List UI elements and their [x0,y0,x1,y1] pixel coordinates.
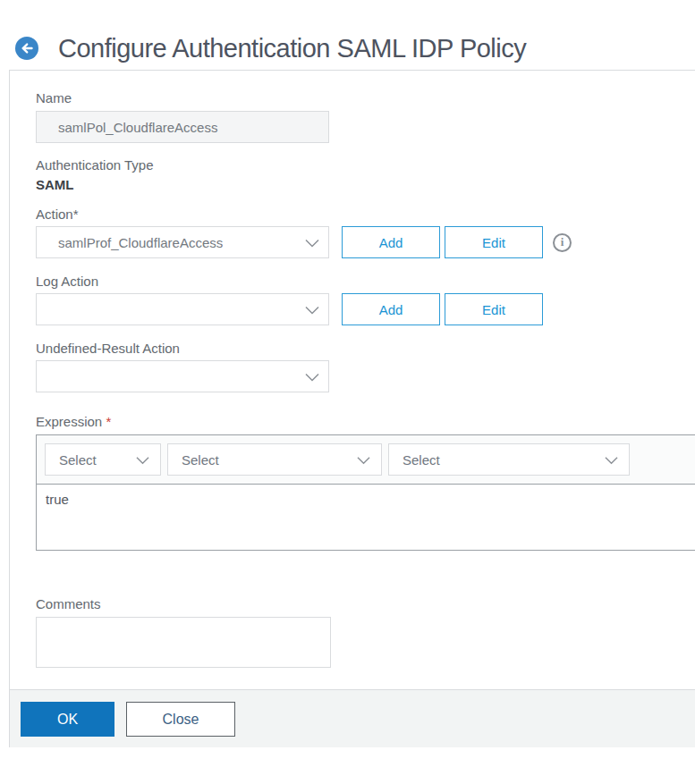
expression-select-2[interactable]: Select [167,443,382,476]
expression-label: Expression * [36,414,695,430]
log-action-label: Log Action [36,274,695,290]
undefined-result-action-select[interactable] [36,360,329,392]
page-title: Configure Authentication SAML IDP Policy [58,34,526,63]
action-add-button[interactable]: Add [342,226,440,258]
chevron-down-icon [357,456,370,465]
form-panel: Name Authentication Type SAML Action* sa… [9,70,695,747]
arrow-left-icon [15,37,38,60]
action-select-value: samlProf_CloudflareAccess [37,235,223,250]
expression-select-3[interactable]: Select [388,443,630,476]
log-action-add-button[interactable]: Add [342,293,440,325]
action-row: samlProf_CloudflareAccess Add Edit i [36,226,695,258]
log-action-row: Add Edit [36,293,695,325]
expression-body: true [37,485,695,550]
expression-toolbar: Select Select Select [37,435,695,485]
ok-button[interactable]: OK [21,702,114,737]
expression-select-3-value: Select [389,452,440,468]
back-button[interactable] [15,37,38,60]
chevron-down-icon [136,456,149,465]
expression-select-2-value: Select [168,452,219,468]
expression-label-text: Expression [36,414,102,429]
expression-editor: Select Select Select [36,434,695,551]
expression-select-1[interactable]: Select [45,443,161,476]
action-select[interactable]: samlProf_CloudflareAccess [36,226,329,258]
form-content: Name Authentication Type SAML Action* sa… [10,71,695,671]
action-edit-button[interactable]: Edit [445,226,543,258]
chevron-down-icon [605,456,618,465]
comments-input[interactable] [36,617,331,668]
required-asterisk: * [106,414,111,429]
form-footer: OK Close [10,689,695,747]
action-label: Action* [36,207,695,223]
chevron-down-icon [305,239,319,248]
page-header: Configure Authentication SAML IDP Policy [0,0,695,70]
auth-type-value: SAML [36,177,695,193]
chevron-down-icon [305,373,319,382]
name-label: Name [36,90,695,106]
close-button[interactable]: Close [126,702,235,737]
expression-input[interactable]: true [37,485,695,550]
name-input[interactable] [36,111,329,143]
auth-type-label: Authentication Type [36,157,695,173]
undefined-result-action-label: Undefined-Result Action [36,341,695,357]
undefined-result-action-row [36,360,695,392]
log-action-select[interactable] [36,293,329,325]
comments-label: Comments [36,596,695,612]
log-action-edit-button[interactable]: Edit [445,293,543,325]
info-icon[interactable]: i [553,233,572,252]
chevron-down-icon [305,306,319,315]
expression-select-1-value: Select [46,452,97,468]
